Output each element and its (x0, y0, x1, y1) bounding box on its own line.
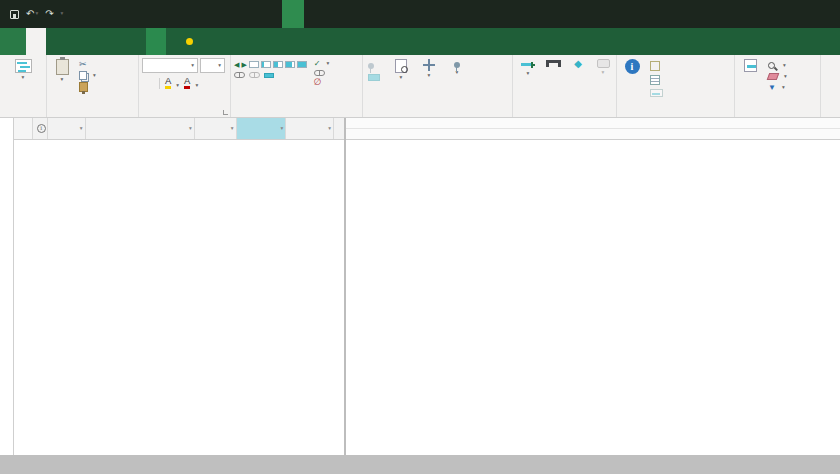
filter-caret-icon[interactable]: ▾ (328, 126, 331, 132)
dropdown-caret-icon: ▾ (191, 63, 194, 69)
font-size-select[interactable]: ▾ (200, 58, 225, 73)
mode-icon (454, 62, 460, 68)
ribbon-group-font: ▾ ▾ A▾ A▾ (139, 55, 231, 117)
auto-schedule-bar-icon (368, 74, 380, 81)
tab-view[interactable] (106, 28, 126, 55)
filter-caret-icon[interactable]: ▾ (231, 126, 234, 132)
auto-schedule-button[interactable] (366, 73, 385, 82)
inactivate-icon: ∅ (314, 78, 322, 87)
column-header-duration[interactable]: ▾ (195, 118, 237, 139)
ribbon-group-properties: i (617, 55, 735, 117)
customize-qat-button[interactable]: ▾ (61, 11, 64, 17)
tab-project[interactable] (86, 28, 106, 55)
filter-caret-icon[interactable]: ▾ (189, 126, 192, 132)
column-header-finish[interactable]: ▾ (286, 118, 334, 139)
task-table: i ▾ ▾ ▾ ▾ ▾ (14, 118, 346, 455)
cut-button[interactable]: ✂ (77, 59, 98, 70)
inactivate-button[interactable]: ∅ (312, 77, 331, 88)
filter-caret-icon[interactable]: ▾ (80, 126, 83, 132)
inspect-button[interactable]: ▾ (389, 58, 413, 82)
tab-file[interactable] (0, 28, 26, 55)
notes-button[interactable] (648, 60, 668, 72)
clear-button[interactable]: ▾ (766, 72, 789, 81)
percent-complete-0-icon[interactable] (249, 61, 259, 68)
tab-report[interactable] (66, 28, 86, 55)
column-header-task-mode[interactable]: ▾ (48, 118, 86, 139)
find-button[interactable]: ▾ (766, 61, 789, 70)
dropdown-caret-icon: ▾ (400, 75, 403, 81)
ribbon: ▾ ▾ ✂ ▾ ▾ (0, 55, 840, 118)
insert-deliverable-button[interactable]: ▾ (591, 58, 615, 77)
redo-button[interactable]: ↷ (45, 9, 53, 19)
move-button[interactable]: ▾ (417, 58, 441, 80)
details-icon (650, 75, 660, 85)
copy-button[interactable]: ▾ (77, 70, 98, 81)
add-to-timeline-button[interactable] (648, 88, 668, 98)
undo-button[interactable]: ↶▾ (26, 9, 38, 19)
font-color-button[interactable]: A (184, 76, 190, 89)
unlink-tasks-icon[interactable] (249, 72, 260, 78)
filter-caret-icon[interactable]: ▾ (281, 126, 284, 132)
mark-on-track-icon: ✓ (314, 60, 321, 68)
group-label-editing (735, 104, 820, 117)
group-label-schedule (231, 104, 362, 117)
fill-button[interactable]: ▼▾ (766, 83, 789, 93)
tab-format[interactable] (146, 28, 166, 55)
column-header-start[interactable]: ▾ (237, 118, 287, 139)
move-icon (423, 59, 435, 71)
paste-button[interactable]: ▾ (50, 58, 74, 84)
insert-summary-button[interactable] (541, 58, 565, 69)
dropdown-caret-icon: ▾ (527, 71, 530, 77)
mode-button[interactable]: ▾ (445, 58, 469, 77)
tab-help[interactable] (126, 28, 146, 55)
link-tasks-icon[interactable] (234, 72, 245, 78)
split-task-icon[interactable] (264, 73, 274, 78)
percent-complete-25-icon[interactable] (261, 61, 271, 68)
dropdown-caret-icon: ▾ (218, 63, 221, 69)
app-window: ↶▾ ↷ ▾ ▾ (0, 0, 840, 474)
dialog-launcher-icon[interactable] (223, 110, 228, 115)
background-color-button[interactable]: A (165, 76, 171, 89)
info-icon: i (37, 124, 46, 133)
percent-complete-75-icon[interactable] (285, 61, 295, 68)
insert-milestone-button[interactable]: ◆ (566, 58, 590, 71)
gantt-chart-body[interactable] (346, 140, 840, 455)
ribbon-group-schedule: ◀ ▶ ✓▾ (231, 55, 363, 117)
respect-links-button[interactable] (312, 69, 331, 77)
format-painter-button[interactable] (77, 81, 98, 93)
mark-on-track-button[interactable]: ✓▾ (312, 59, 331, 69)
tab-task[interactable] (26, 28, 46, 55)
select-all-corner[interactable] (14, 118, 33, 139)
save-icon[interactable] (10, 10, 19, 19)
information-icon: i (625, 59, 640, 74)
milestone-icon: ◆ (574, 59, 582, 69)
dropdown-caret-icon: ▾ (783, 63, 786, 69)
table-header: i ▾ ▾ ▾ ▾ ▾ (14, 118, 344, 140)
fill-icon: ▼ (768, 84, 776, 92)
details-button[interactable] (648, 74, 668, 86)
indent-task-icon[interactable]: ▶ (241, 61, 246, 68)
contextual-tools-badge (282, 0, 304, 28)
tab-resource[interactable] (46, 28, 66, 55)
scroll-to-task-button[interactable] (738, 58, 762, 75)
column-header-task-name[interactable]: ▾ (86, 118, 195, 139)
column-header-info[interactable]: i (33, 118, 48, 139)
percent-complete-50-icon[interactable] (273, 61, 283, 68)
manually-schedule-button[interactable] (366, 62, 385, 70)
font-family-select[interactable]: ▾ (142, 58, 198, 73)
window-title (0, 0, 840, 28)
undo-icon: ↶ (26, 9, 34, 19)
ribbon-group-tasks: ▾ ▾ ▾ (363, 55, 513, 117)
tell-me-box[interactable] (174, 28, 210, 55)
desktop-background (0, 455, 840, 474)
timeline-header[interactable] (346, 118, 840, 140)
percent-complete-100-icon[interactable] (297, 61, 307, 68)
information-button[interactable]: i (620, 58, 644, 76)
insert-task-button[interactable]: ▾ (516, 58, 540, 78)
group-label-font (139, 104, 230, 117)
column-header-resources[interactable] (334, 118, 344, 139)
group-label-insert (513, 104, 616, 117)
paste-icon (56, 59, 69, 75)
outdent-task-icon[interactable]: ◀ (234, 61, 239, 68)
gantt-chart-view-button[interactable]: ▾ (11, 58, 35, 82)
